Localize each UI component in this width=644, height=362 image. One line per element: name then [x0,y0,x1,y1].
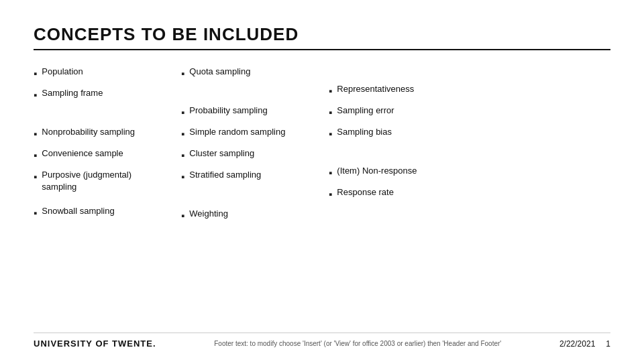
bullet-icon: ▪ [181,66,184,80]
list-item: ▪ Sampling error [329,101,476,123]
bullet-icon: ▪ [181,127,184,141]
item-label: Cluster sampling [189,147,254,160]
item-label: Probability sampling [189,105,267,117]
list-item: ▪ Quota sampling [181,62,329,84]
bullet-icon: ▪ [329,127,332,141]
item-label: Purposive (judgmental)sampling [42,169,131,193]
bullet-icon: ▪ [34,127,37,141]
slide-title: CONCEPTS TO BE INCLUDED [34,24,610,45]
list-item: ▪ Simple random sampling [181,123,329,144]
list-item: ▪ Response rate [329,183,476,204]
item-label: Nonprobability sampling [42,126,135,138]
list-item: ▪ Purposive (judgmental)sampling [34,166,181,196]
list-item: ▪ Sampling bias [329,123,476,144]
title-divider [34,49,610,50]
item-label: Representativeness [337,83,414,95]
university-logo: UNIVERSITY OF TWENTE. [34,339,156,349]
bullet-icon: ▪ [181,170,184,184]
list-item: ▪ Stratified sampling [181,166,329,187]
bullet-icon: ▪ [181,105,184,119]
list-item: ▪ Cluster sampling [181,144,329,166]
bullet-icon: ▪ [181,208,184,223]
footer-page: 1 [606,339,610,349]
list-item: ▪ Nonprobability sampling [34,123,181,144]
footer-text: Footer text: to modify choose 'Insert' (… [170,340,546,347]
item-label: Population [42,66,83,78]
item-label: Sampling bias [337,126,392,138]
column-3: ▪ Representativeness ▪ Sampling error ▪ … [329,62,476,333]
spacer [34,105,181,123]
bullet-icon: ▪ [329,105,332,119]
item-label: Weighting [189,208,228,220]
footer-bar: UNIVERSITY OF TWENTE. Footer text: to mo… [34,333,610,349]
bullet-icon: ▪ [329,84,332,98]
item-label: Sampling frame [42,87,103,99]
item-label: Response rate [337,186,394,198]
spacer [329,62,476,80]
slide: CONCEPTS TO BE INCLUDED ▪ Population ▪ S… [0,0,644,362]
bullet-icon: ▪ [329,166,332,180]
bullet-icon: ▪ [34,148,37,162]
item-label: Stratified sampling [189,169,261,181]
bullet-icon: ▪ [34,170,37,184]
bullet-icon: ▪ [34,206,37,220]
list-item: ▪ Sampling frame [34,84,181,105]
list-item: ▪ Weighting [181,204,329,226]
spacer [181,84,329,101]
footer-right: 2/22/2021 1 [559,339,610,349]
item-label: Quota sampling [189,66,250,78]
item-label: Snowball sampling [42,205,114,217]
bullet-icon: ▪ [181,148,184,162]
content-grid: ▪ Population ▪ Sampling frame ▪ Nonproba… [34,62,610,333]
item-label: Sampling error [337,105,394,117]
column-2: ▪ Quota sampling ▪ Probability sampling … [181,62,329,333]
spacer [181,187,329,204]
item-label: Convenience sample [42,147,123,160]
bullet-icon: ▪ [34,66,37,80]
list-item: ▪ Representativeness [329,80,476,101]
list-item: ▪ Population [34,62,181,84]
spacer [329,144,476,162]
bullet-icon: ▪ [329,187,332,201]
list-item: ▪ Convenience sample [34,144,181,166]
list-item: ▪ (Item) Non-response [329,162,476,183]
bullet-icon: ▪ [34,88,37,102]
column-1: ▪ Population ▪ Sampling frame ▪ Nonproba… [34,62,181,333]
item-label: Simple random sampling [189,126,285,138]
item-label: (Item) Non-response [337,165,417,177]
list-item: ▪ Snowball sampling [34,202,181,223]
list-item: ▪ Probability sampling [181,101,329,123]
footer-date: 2/22/2021 [559,339,595,349]
